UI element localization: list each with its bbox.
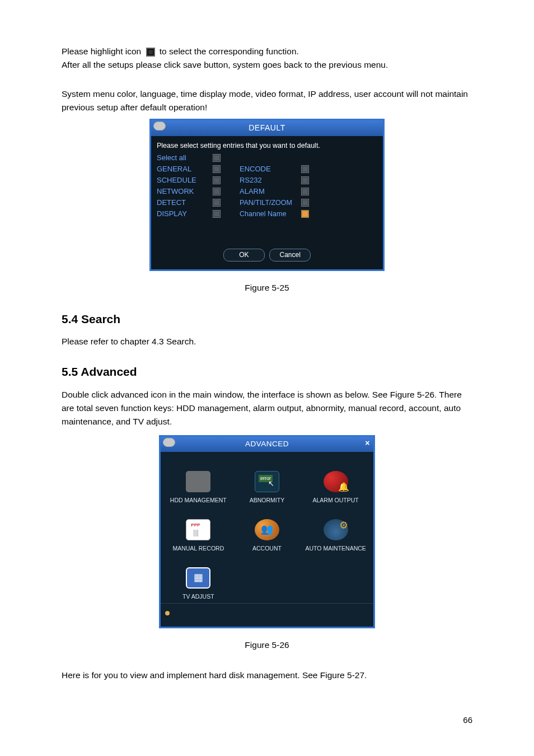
ptz-checkbox[interactable] (301, 199, 309, 207)
footer-indicator-icon (165, 611, 170, 615)
detect-label[interactable]: DETECT (157, 197, 213, 208)
account-item[interactable]: ACCOUNT (233, 519, 302, 553)
advanced-dialog-titlebar: ADVANCED × (161, 437, 373, 452)
auto-maintenance-label: AUTO MAINTENANCE (305, 544, 366, 553)
rs232-checkbox[interactable] (301, 176, 309, 184)
manual-record-label: MANUAL RECORD (172, 544, 224, 553)
section-5-4-body: Please refer to chapter 4.3 Search. (62, 335, 472, 348)
channel-name-checkbox[interactable] (301, 210, 309, 218)
intro-line-2: After all the setups please click save b… (62, 58, 472, 72)
abnormity-icon (255, 471, 279, 492)
hdd-management-item[interactable]: HDD MANAGEMENT (164, 471, 233, 505)
highlight-checkbox-icon (146, 48, 155, 57)
advanced-dialog-title: ADVANCED (245, 440, 289, 448)
channel-name-label[interactable]: Channel Name (240, 208, 301, 220)
auto-maintenance-icon (324, 519, 348, 540)
tv-adjust-icon (186, 567, 210, 589)
rs232-label[interactable]: RS232 (240, 175, 301, 186)
settings-title-icon (153, 122, 166, 130)
manual-record-icon (186, 519, 210, 540)
account-label: ACCOUNT (252, 544, 282, 553)
detect-checkbox[interactable] (213, 199, 221, 207)
close-icon[interactable]: × (365, 437, 370, 450)
alarm-output-item[interactable]: ALARM OUTPUT (301, 471, 370, 505)
abnormity-label: ABNORMITY (250, 496, 284, 505)
default-dialog-title: DEFAULT (249, 123, 285, 132)
advanced-dialog: ADVANCED × HDD MANAGEMENT ABNORMITY ALAR… (159, 435, 375, 628)
default-instruction: Please select setting entries that you w… (151, 136, 383, 152)
intro-line-1b: to select the corresponding function. (160, 46, 299, 56)
ok-button[interactable]: OK (223, 249, 265, 262)
display-label[interactable]: DISPLAY (157, 208, 213, 220)
network-checkbox[interactable] (213, 188, 221, 195)
page-number: 66 (62, 713, 472, 726)
tv-adjust-item[interactable]: TV ADJUST (164, 567, 233, 601)
spacer (301, 152, 316, 164)
section-5-5-heading: 5.5 Advanced (62, 363, 472, 381)
intro-paragraph: System menu color, language, time displa… (62, 87, 472, 114)
schedule-checkbox[interactable] (213, 176, 221, 184)
schedule-label[interactable]: SCHEDULE (157, 175, 213, 186)
figure-5-26-caption: Figure 5-26 (62, 638, 472, 652)
settings-title-icon (163, 438, 175, 447)
hdd-icon (186, 471, 210, 492)
section-5-4-heading: 5.4 Search (62, 310, 472, 329)
select-all-checkbox[interactable] (213, 154, 221, 162)
cancel-button[interactable]: Cancel (269, 249, 311, 262)
advanced-dialog-footer (161, 603, 373, 627)
figure-5-25-caption: Figure 5-25 (62, 281, 472, 295)
select-all-label[interactable]: Select all (157, 152, 213, 164)
auto-maintenance-item[interactable]: AUTO MAINTENANCE (301, 519, 370, 553)
tv-adjust-label: TV ADJUST (182, 592, 214, 601)
abnormity-item[interactable]: ABNORMITY (233, 471, 302, 505)
general-label[interactable]: GENERAL (157, 164, 213, 175)
section-5-5-body: Double click advanced icon in the main w… (62, 388, 472, 428)
network-label[interactable]: NETWORK (157, 186, 213, 197)
account-icon (255, 519, 279, 540)
alarm-output-icon (324, 471, 348, 492)
encode-label[interactable]: ENCODE (240, 164, 301, 175)
closing-paragraph: Here is for you to view and implement ha… (62, 669, 472, 682)
encode-checkbox[interactable] (301, 165, 309, 173)
alarm-label[interactable]: ALARM (240, 186, 301, 197)
default-dialog-titlebar: DEFAULT (151, 120, 383, 136)
general-checkbox[interactable] (213, 165, 221, 173)
ptz-label[interactable]: PAN/TILT/ZOOM (240, 197, 301, 208)
alarm-output-label: ALARM OUTPUT (313, 496, 359, 505)
intro-line-1: Please highlight icon to select the corr… (62, 45, 472, 58)
intro-line-1a: Please highlight icon (62, 46, 144, 56)
manual-record-item[interactable]: MANUAL RECORD (164, 519, 233, 553)
display-checkbox[interactable] (213, 210, 221, 218)
hdd-management-label: HDD MANAGEMENT (170, 496, 227, 505)
default-dialog: DEFAULT Please select setting entries th… (149, 119, 385, 271)
alarm-checkbox[interactable] (301, 188, 309, 195)
